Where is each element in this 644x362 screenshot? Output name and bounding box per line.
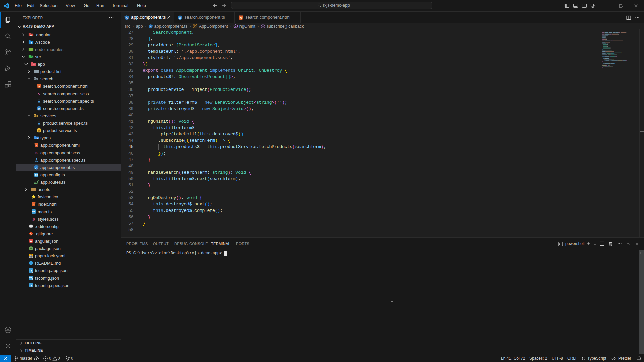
svg-text:TS: TS — [32, 210, 35, 214]
svg-text:5: 5 — [240, 17, 242, 20]
svg-text:</>: </> — [29, 56, 33, 59]
svg-text:A: A — [35, 166, 38, 169]
svg-text:S: S — [35, 150, 37, 155]
svg-text:5: 5 — [38, 85, 40, 88]
svg-text:5: 5 — [33, 203, 35, 206]
svg-text:A: A — [38, 129, 40, 132]
svg-text:A: A — [38, 107, 40, 110]
svg-text:TS: TS — [35, 137, 38, 139]
svg-text:5: 5 — [36, 144, 37, 147]
svg-text:A: A — [30, 240, 32, 243]
svg-text:TS: TS — [35, 174, 38, 177]
svg-text:A: A — [30, 34, 32, 36]
svg-text:S: S — [32, 217, 35, 222]
svg-text:A: A — [150, 25, 152, 28]
svg-text:A: A — [126, 16, 128, 20]
svg-text:JS: JS — [30, 248, 32, 250]
svg-text:S: S — [38, 91, 40, 96]
svg-text:A: A — [179, 16, 181, 20]
